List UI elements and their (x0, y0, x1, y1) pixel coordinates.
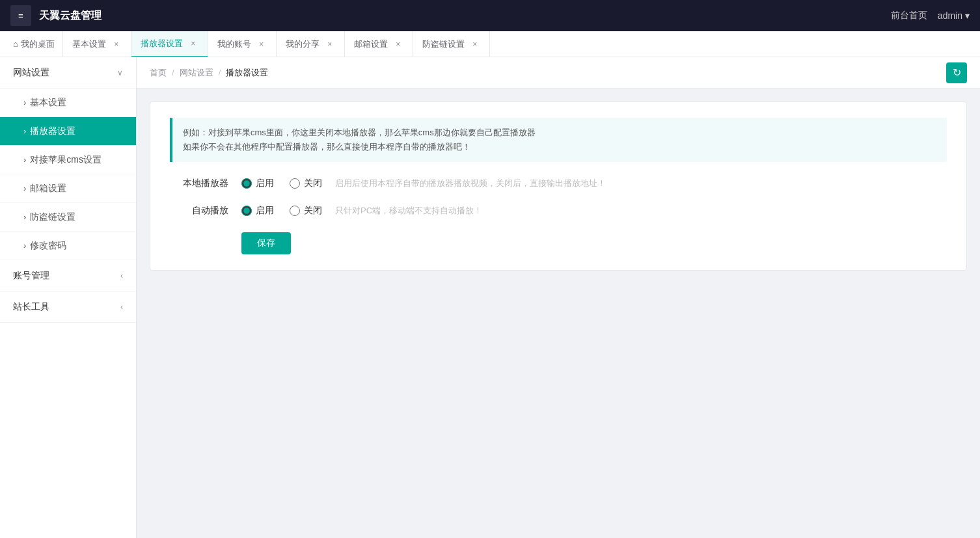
header: ≡ 天翼云盘管理 前台首页 admin ▾ (0, 0, 980, 31)
header-left: ≡ 天翼云盘管理 (10, 5, 102, 26)
local-player-hint: 启用后使用本程序自带的播放器播放视频，关闭后，直接输出播放地址！ (335, 178, 606, 189)
tab-account-close[interactable]: × (256, 39, 267, 49)
tab-basic[interactable]: 基本设置 × (63, 31, 131, 57)
arrow-right-icon: › (23, 183, 26, 193)
sidebar-item-antilink[interactable]: › 防盗链设置 (0, 203, 136, 232)
menu-icon: ≡ (18, 11, 23, 21)
menu-toggle-button[interactable]: ≡ (10, 5, 31, 26)
local-player-enable-label: 启用 (256, 178, 274, 189)
home-icon: ⌂ (13, 39, 18, 49)
header-right: 前台首页 admin ▾ (891, 10, 970, 21)
tab-player-label: 播放器设置 (141, 38, 183, 49)
tab-antilink-close[interactable]: × (470, 39, 480, 49)
chevron-down-icon: ▾ (965, 10, 970, 21)
notice-line1: 例如：对接到苹果cms里面，你这里关闭本地播放器，那么苹果cms那边你就要自己配… (183, 126, 936, 140)
admin-label: admin (938, 10, 962, 21)
local-player-row: 本地播放器 启用 关闭 启用后使用本程序自带的播放器播放视频，关闭后，直接输出播… (170, 178, 947, 189)
notice-line2: 如果你不会在其他程序中配置播放器，那么直接使用本程序自带的播放器吧！ (183, 140, 936, 154)
sidebar-item-basic-label: 基本设置 (30, 97, 66, 109)
sidebar-group-webmaster-header[interactable]: 站长工具 ‹ (0, 291, 136, 323)
tab-share-label: 我的分享 (286, 38, 320, 50)
refresh-icon: ↻ (953, 66, 961, 79)
local-player-disable-radio[interactable] (290, 178, 300, 189)
sidebar-group-account-label: 账号管理 (13, 270, 49, 282)
auto-play-radio-group: 启用 关闭 (241, 205, 322, 217)
arrow-right-icon: › (23, 241, 26, 250)
breadcrumb-parent[interactable]: 网站设置 (180, 67, 213, 79)
admin-dropdown[interactable]: admin ▾ (938, 10, 970, 21)
auto-play-enable-label: 启用 (256, 205, 274, 217)
breadcrumb-sep-1: / (172, 68, 174, 77)
auto-play-enable-radio[interactable] (241, 206, 252, 216)
tab-mail-close[interactable]: × (393, 39, 403, 49)
content-area: 例如：对接到苹果cms里面，你这里关闭本地播放器，那么苹果cms那边你就要自己配… (137, 88, 980, 538)
auto-play-enable-option[interactable]: 启用 (241, 205, 274, 217)
tab-mail-label: 邮箱设置 (354, 38, 388, 50)
main-layout: 网站设置 ∨ › 基本设置 › 播放器设置 › 对接苹果cms设置 › 邮箱设置… (0, 57, 980, 538)
sidebar-item-mail-label: 邮箱设置 (30, 183, 66, 195)
refresh-button[interactable]: ↻ (946, 62, 967, 83)
sidebar-group-account: 账号管理 ‹ (0, 260, 136, 291)
tab-antilink[interactable]: 防盗链设置 × (413, 31, 490, 57)
breadcrumb-current: 播放器设置 (226, 67, 268, 79)
sidebar: 网站设置 ∨ › 基本设置 › 播放器设置 › 对接苹果cms设置 › 邮箱设置… (0, 57, 137, 538)
auto-play-disable-radio[interactable] (290, 206, 300, 216)
breadcrumb-home[interactable]: 首页 (150, 67, 167, 79)
sidebar-group-account-header[interactable]: 账号管理 ‹ (0, 260, 136, 291)
auto-play-label: 自动播放 (170, 205, 228, 217)
sidebar-item-mail[interactable]: › 邮箱设置 (0, 174, 136, 203)
main-area: 首页 / 网站设置 / 播放器设置 ↻ 例如：对接到苹果cms里面，你这里关闭本… (137, 57, 980, 538)
sidebar-item-apple-cms[interactable]: › 对接苹果cms设置 (0, 146, 136, 174)
app-title: 天翼云盘管理 (39, 9, 102, 23)
local-player-disable-label: 关闭 (304, 178, 322, 189)
tab-basic-close[interactable]: × (111, 39, 122, 49)
tab-account-label: 我的账号 (217, 38, 251, 50)
arrow-right-icon: › (23, 212, 26, 222)
local-player-label: 本地播放器 (170, 178, 228, 189)
chevron-left-icon: ‹ (120, 271, 123, 280)
auto-play-row: 自动播放 启用 关闭 只针对PC端，移动端不支持自动播放！ (170, 205, 947, 217)
front-link[interactable]: 前台首页 (891, 10, 927, 21)
sidebar-item-apple-cms-label: 对接苹果cms设置 (30, 154, 102, 166)
sidebar-group-website: 网站设置 ∨ › 基本设置 › 播放器设置 › 对接苹果cms设置 › 邮箱设置… (0, 57, 136, 260)
local-player-enable-option[interactable]: 启用 (241, 178, 274, 189)
local-player-radio-group: 启用 关闭 (241, 178, 322, 189)
sidebar-item-antilink-label: 防盗链设置 (30, 211, 75, 223)
auto-play-disable-label: 关闭 (304, 205, 322, 217)
local-player-disable-option[interactable]: 关闭 (290, 178, 322, 189)
save-row: 保存 (241, 232, 947, 254)
tab-home[interactable]: ⌂ 我的桌面 (5, 31, 63, 57)
sidebar-item-password-label: 修改密码 (30, 240, 66, 252)
tab-mail[interactable]: 邮箱设置 × (345, 31, 413, 57)
tab-player-close[interactable]: × (188, 38, 198, 49)
arrow-right-icon: › (23, 98, 26, 107)
tab-basic-label: 基本设置 (72, 38, 106, 50)
chevron-down-icon: ∨ (117, 68, 123, 77)
tab-share[interactable]: 我的分享 × (277, 31, 345, 57)
sidebar-group-website-header[interactable]: 网站设置 ∨ (0, 57, 136, 88)
breadcrumb-sep-2: / (219, 68, 221, 77)
notice-box: 例如：对接到苹果cms里面，你这里关闭本地播放器，那么苹果cms那边你就要自己配… (170, 118, 947, 162)
tab-antilink-label: 防盗链设置 (422, 38, 465, 50)
tabs-bar: ⌂ 我的桌面 基本设置 × 播放器设置 × 我的账号 × 我的分享 × 邮箱设置… (0, 31, 980, 57)
settings-card: 例如：对接到苹果cms里面，你这里关闭本地播放器，那么苹果cms那边你就要自己配… (150, 101, 967, 271)
tab-player[interactable]: 播放器设置 × (131, 31, 208, 57)
sidebar-group-website-label: 网站设置 (13, 67, 49, 79)
tab-home-label: 我的桌面 (21, 38, 55, 50)
arrow-right-icon: › (23, 126, 26, 136)
sidebar-group-webmaster: 站长工具 ‹ (0, 291, 136, 323)
sidebar-item-password[interactable]: › 修改密码 (0, 232, 136, 260)
chevron-left-icon: ‹ (120, 303, 123, 312)
tab-account[interactable]: 我的账号 × (208, 31, 277, 57)
auto-play-hint: 只针对PC端，移动端不支持自动播放！ (335, 205, 482, 217)
save-button[interactable]: 保存 (241, 232, 291, 254)
sidebar-item-player-label: 播放器设置 (30, 126, 75, 137)
tab-share-close[interactable]: × (325, 39, 335, 49)
breadcrumb: 首页 / 网站设置 / 播放器设置 (150, 67, 268, 79)
sidebar-item-basic[interactable]: › 基本设置 (0, 88, 136, 117)
local-player-enable-radio[interactable] (241, 178, 252, 189)
auto-play-disable-option[interactable]: 关闭 (290, 205, 322, 217)
sidebar-item-player[interactable]: › 播放器设置 (0, 117, 136, 146)
arrow-right-icon: › (23, 155, 26, 165)
breadcrumb-bar: 首页 / 网站设置 / 播放器设置 ↻ (137, 57, 980, 88)
